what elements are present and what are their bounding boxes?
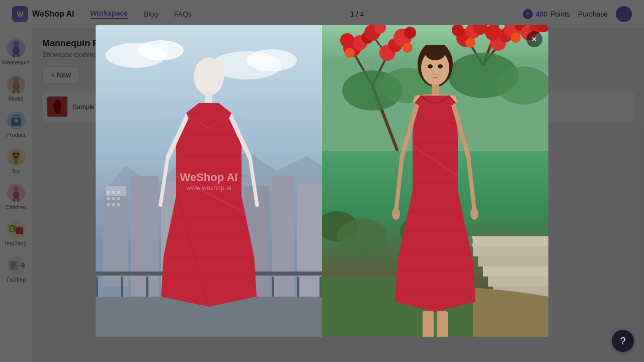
- model-figure: [375, 45, 496, 337]
- svg-point-107: [485, 25, 501, 41]
- lightbox: WeShop AI www.weshop.ai: [96, 25, 548, 337]
- svg-rect-65: [297, 184, 322, 307]
- svg-rect-64: [272, 176, 294, 307]
- svg-point-91: [340, 33, 354, 47]
- svg-rect-138: [423, 311, 434, 337]
- svg-rect-123: [488, 277, 548, 287]
- svg-rect-75: [272, 277, 274, 297]
- svg-rect-70: [146, 277, 148, 297]
- close-button[interactable]: ×: [526, 31, 542, 47]
- svg-rect-39: [117, 197, 120, 200]
- svg-point-136: [392, 208, 400, 220]
- svg-rect-40: [107, 203, 110, 206]
- svg-point-118: [496, 66, 548, 105]
- svg-rect-69: [121, 277, 123, 297]
- lightbox-left-panel: WeShop AI www.weshop.ai: [96, 25, 322, 337]
- svg-rect-76: [297, 277, 299, 297]
- svg-point-134: [438, 64, 443, 68]
- svg-point-114: [511, 33, 521, 43]
- svg-point-133: [428, 64, 433, 68]
- svg-rect-35: [112, 191, 115, 194]
- svg-rect-36: [117, 191, 120, 194]
- svg-point-78: [194, 57, 224, 96]
- svg-rect-68: [96, 277, 98, 297]
- svg-rect-34: [107, 191, 110, 194]
- lightbox-right-panel: [322, 25, 548, 337]
- help-button[interactable]: ?: [612, 330, 634, 352]
- svg-rect-79: [205, 93, 212, 103]
- svg-point-132: [425, 45, 445, 60]
- overlay[interactable]: WeShop AI www.weshop.ai: [0, 0, 644, 362]
- svg-point-111: [345, 48, 355, 58]
- svg-rect-37: [107, 197, 110, 200]
- svg-point-137: [470, 208, 478, 220]
- svg-point-96: [404, 27, 416, 39]
- mannequin-figure: [151, 55, 267, 337]
- svg-rect-42: [117, 203, 120, 206]
- svg-rect-41: [112, 203, 115, 206]
- svg-rect-135: [432, 84, 439, 96]
- svg-rect-139: [437, 311, 448, 337]
- svg-rect-38: [112, 197, 115, 200]
